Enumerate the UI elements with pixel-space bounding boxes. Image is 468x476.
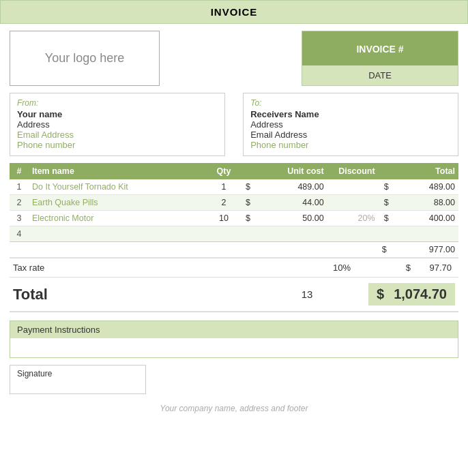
col-discount: Discount xyxy=(327,163,379,179)
from-email: Email Address xyxy=(17,130,218,140)
subtotal-value: 977.00 xyxy=(390,242,458,258)
signature-box: Signature xyxy=(10,365,146,394)
from-to-section: From: Your name Address Email Address Ph… xyxy=(0,93,468,163)
top-section: Your logo here INVOICE # DATE xyxy=(0,24,468,93)
from-address: Address xyxy=(17,119,218,130)
table-row: 4 xyxy=(10,226,458,242)
invoice-title: INVOICE xyxy=(0,0,468,24)
tax-row: Tax rate 10% $ 97.70 xyxy=(10,258,458,278)
col-item: Item name xyxy=(29,163,207,179)
payment-section: Payment Instructions xyxy=(10,321,458,358)
invoice-number-label: INVOICE # xyxy=(302,31,458,65)
total-row: Total 13 $ 1,074.70 xyxy=(10,278,458,312)
from-name: Your name xyxy=(17,109,218,119)
signature-section: Signature xyxy=(10,365,458,394)
to-email: Email Address xyxy=(250,130,451,140)
to-address: Address xyxy=(250,119,451,130)
col-qty: Qty xyxy=(207,163,241,179)
subtotal-row: $ 977.00 xyxy=(10,242,458,258)
table-header-row: # Item name Qty Unit cost Discount Total xyxy=(10,163,458,179)
col-hash: # xyxy=(10,163,29,179)
invoice-page: INVOICE Your logo here INVOICE # DATE Fr… xyxy=(0,0,468,476)
to-name: Receivers Name xyxy=(250,109,451,119)
tax-dollar: $ xyxy=(400,263,411,273)
col-unit-cost: Unit cost xyxy=(241,163,327,179)
to-phone: Phone number xyxy=(250,140,451,150)
items-table: # Item name Qty Unit cost Discount Total… xyxy=(10,163,458,258)
logo-box: Your logo here xyxy=(10,31,160,86)
payment-header: Payment Instructions xyxy=(10,321,458,338)
signature-label: Signature xyxy=(17,369,52,378)
footer: Your company name, address and footer xyxy=(0,394,468,419)
table-row: 1 Do It Yourself Tornado Kit 1 $ 489.00 … xyxy=(10,179,458,195)
tax-amount: 97.70 xyxy=(411,263,455,273)
col-total: Total xyxy=(379,163,458,179)
total-amount: 1,074.70 xyxy=(394,286,447,302)
total-label: Total xyxy=(13,286,287,303)
total-dollar-sign: $ xyxy=(377,286,384,302)
from-box: From: Your name Address Email Address Ph… xyxy=(10,93,225,156)
total-qty: 13 xyxy=(287,288,327,300)
table-row: 2 Earth Quake Pills 2 $ 44.00 $ 88.00 xyxy=(10,195,458,211)
invoice-date-label: DATE xyxy=(302,65,458,85)
to-box: To: Receivers Name Address Email Address… xyxy=(243,93,458,156)
logo-text: Your logo here xyxy=(45,51,124,65)
subtotal-dollar: $ xyxy=(379,242,390,258)
tax-label: Tax rate xyxy=(13,263,325,273)
tax-rate: 10% xyxy=(325,263,359,273)
invoice-meta: INVOICE # DATE xyxy=(302,31,458,86)
table-row: 3 Electronic Motor 10 $ 50.00 20% $ 400.… xyxy=(10,211,458,226)
from-label: From: xyxy=(17,98,218,108)
items-section: # Item name Qty Unit cost Discount Total… xyxy=(0,163,468,258)
payment-body xyxy=(10,338,458,357)
payment-box: Payment Instructions xyxy=(10,321,458,358)
from-phone: Phone number xyxy=(17,140,218,150)
subtotal-spacer xyxy=(10,242,379,258)
to-label: To: xyxy=(250,98,451,108)
